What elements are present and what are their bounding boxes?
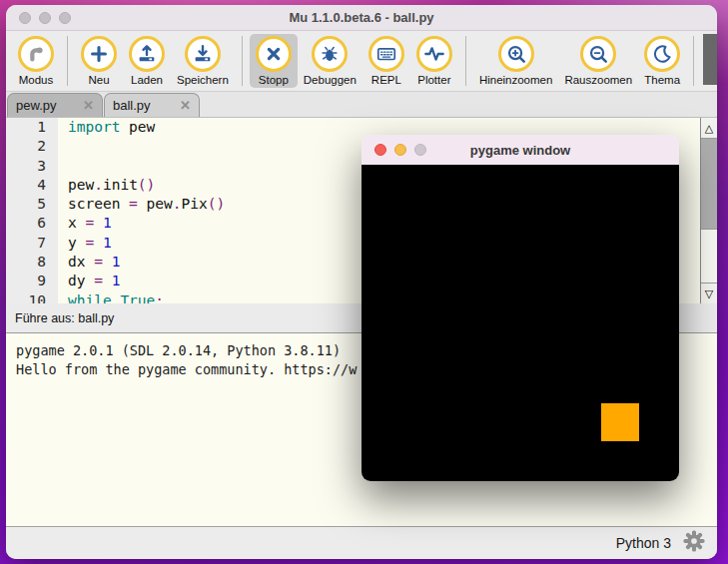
- plus-icon: [81, 36, 117, 72]
- code-text: while True:: [58, 291, 164, 303]
- close-button[interactable]: [374, 144, 386, 156]
- python-mode-label: Python 3: [616, 535, 671, 551]
- stop-x-icon: [256, 36, 292, 72]
- toolbar-button-label: Plotter: [417, 74, 450, 86]
- line-number: 3: [6, 157, 58, 176]
- pygame-canvas: [362, 165, 679, 481]
- window-title: Mu 1.1.0.beta.6 - ball.py: [289, 10, 433, 25]
- toolbar-button-repl[interactable]: REPL: [363, 34, 410, 88]
- toolbar-button-laden[interactable]: Laden: [123, 34, 171, 88]
- mu-titlebar: Mu 1.1.0.beta.6 - ball.py: [6, 5, 717, 31]
- editor-scrollbar[interactable]: △ ▽: [700, 118, 717, 303]
- line-number: 4: [6, 176, 58, 195]
- toolbar-button-modus[interactable]: Modus: [12, 34, 60, 88]
- toolbar-button-label: Speichern: [177, 74, 229, 86]
- pygame-traffic-lights: [374, 135, 426, 165]
- toolbar-separator: [242, 36, 243, 86]
- status-bar: Python 3: [6, 526, 717, 559]
- tab-pew-py[interactable]: pew.py✕: [7, 93, 103, 117]
- toolbar-button-label: Hineinzoomen: [479, 74, 553, 86]
- toolbar-button-debuggen[interactable]: Debuggen: [298, 34, 363, 88]
- toolbar-separator: [465, 36, 466, 86]
- minimize-button[interactable]: [39, 12, 51, 24]
- toolbar: ModusNeuLadenSpeichernStoppDebuggenREPLP…: [6, 31, 717, 92]
- scrollbar-thumb[interactable]: [701, 139, 717, 230]
- code-text: [58, 137, 68, 156]
- toolbar-button-label: Thema: [644, 74, 680, 86]
- toolbar-button-label: Neu: [88, 74, 109, 86]
- mu-traffic-lights: [19, 5, 71, 30]
- tab-label: pew.py: [16, 98, 83, 113]
- toolbar-button-label: REPL: [371, 74, 401, 86]
- maximize-button[interactable]: [59, 12, 71, 24]
- tab-close-icon[interactable]: ✕: [83, 98, 94, 113]
- code-text: import pew: [58, 118, 155, 137]
- line-number: 5: [6, 195, 58, 214]
- waveform-icon: [416, 36, 452, 72]
- line-number: 7: [6, 234, 58, 253]
- toolbar-button-label: Laden: [131, 74, 163, 86]
- toolbar-button-plotter[interactable]: Plotter: [410, 34, 458, 88]
- pygame-window-title: pygame window: [470, 143, 570, 158]
- toolbar-button-stopp[interactable]: Stopp: [250, 34, 298, 88]
- toolbar-button-label: Modus: [19, 74, 54, 86]
- scroll-up-arrow-icon[interactable]: △: [701, 118, 717, 139]
- tab-label: ball.py: [113, 98, 180, 113]
- upload-icon: [129, 36, 165, 72]
- pygame-titlebar[interactable]: pygame window: [362, 135, 679, 165]
- tab-ball-py[interactable]: ball.py✕: [104, 93, 200, 117]
- tab-close-icon[interactable]: ✕: [180, 98, 191, 113]
- code-text: [58, 157, 68, 176]
- toolbar-button-label: Rauszoomen: [564, 74, 632, 86]
- code-text: screen = pew.Pix(): [58, 195, 225, 214]
- tab-bar: pew.py✕ball.py✕: [6, 92, 717, 118]
- line-number: 10: [6, 291, 58, 303]
- keyboard-icon: [368, 36, 404, 72]
- toolbar-button-hineinzoomen[interactable]: Hineinzoomen: [473, 34, 559, 88]
- line-number: 1: [6, 118, 58, 137]
- zoom-in-icon: [498, 36, 534, 72]
- scroll-down-arrow-icon[interactable]: ▽: [701, 282, 717, 303]
- toolbar-button-thema[interactable]: Thema: [638, 34, 686, 88]
- minimize-button[interactable]: [394, 144, 406, 156]
- zoom-out-icon: [580, 36, 616, 72]
- toolbar-button-speichern[interactable]: Speichern: [171, 34, 235, 88]
- window-overlay-scrollbar-thumb[interactable]: [703, 34, 717, 85]
- mode-icon: [18, 36, 54, 72]
- code-text: x = 1: [58, 214, 112, 233]
- code-text: y = 1: [58, 234, 112, 253]
- code-text: pew.init(): [58, 176, 155, 195]
- ball-square: [601, 403, 639, 441]
- line-number: 9: [6, 272, 58, 290]
- line-number: 2: [6, 137, 58, 156]
- bug-icon: [312, 36, 348, 72]
- toolbar-separator: [67, 36, 68, 86]
- theme-moon-icon: [644, 36, 680, 72]
- toolbar-button-rauszoomen[interactable]: Rauszoomen: [558, 34, 638, 88]
- code-text: dx = 1: [58, 253, 120, 272]
- pygame-window: pygame window: [362, 135, 679, 481]
- line-number: 8: [6, 253, 58, 272]
- run-status-label: Führe aus: ball.py: [15, 311, 114, 325]
- code-text: dy = 1: [58, 272, 120, 290]
- maximize-button[interactable]: [414, 144, 426, 156]
- close-button[interactable]: [19, 12, 31, 24]
- line-number: 6: [6, 214, 58, 233]
- save-download-icon: [185, 36, 221, 72]
- toolbar-button-label: Stopp: [259, 74, 289, 86]
- toolbar-button-label: Debuggen: [304, 74, 357, 86]
- toolbar-separator: [693, 36, 694, 86]
- toolbar-button-neu[interactable]: Neu: [75, 34, 123, 88]
- gear-icon[interactable]: [683, 530, 705, 556]
